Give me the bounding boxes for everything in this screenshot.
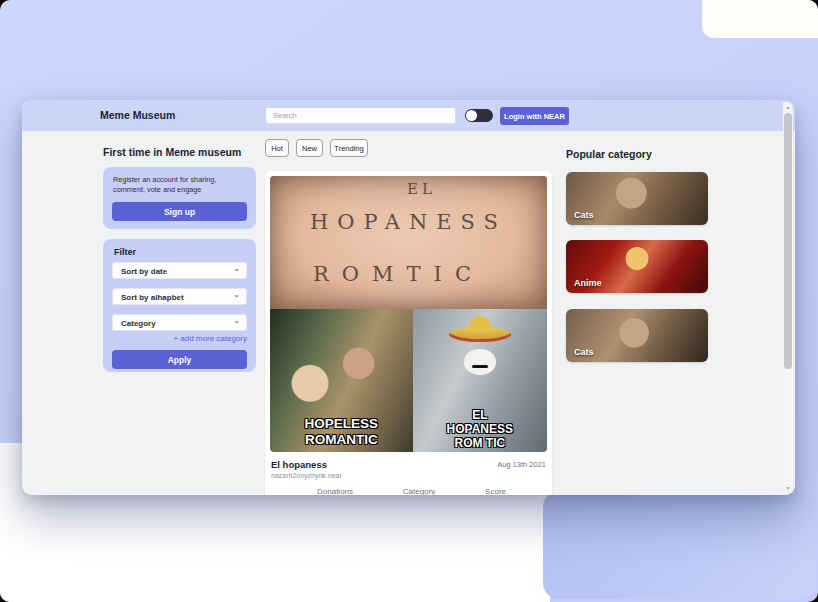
sombrero-crown-icon xyxy=(469,316,491,332)
filter-heading: Filter xyxy=(114,247,136,257)
popular-card-cats-1[interactable]: Cats xyxy=(566,172,708,225)
category-value: Category xyxy=(121,319,156,328)
scroll-up-arrow-icon[interactable]: ▲ xyxy=(783,102,793,112)
toggle-knob xyxy=(466,110,477,121)
cat-mustache-icon xyxy=(472,365,488,368)
welcome-heading: First time in Meme museum xyxy=(103,146,241,158)
meme-image[interactable]: EL HOPANESS ROMTIC HOPELESS ROMANTIC EL … xyxy=(270,176,547,452)
sort-by-alphabet-select[interactable]: Sort by alhapbet ⌄ xyxy=(112,288,247,305)
meme-author[interactable]: nazarh2onyzhynk.near xyxy=(271,472,342,479)
tab-hot[interactable]: Hot xyxy=(265,139,289,157)
app-title: Meme Museum xyxy=(100,109,175,121)
sort-by-date-select[interactable]: Sort by date ⌄ xyxy=(112,262,247,279)
vertical-scrollbar[interactable]: ▲ ▼ xyxy=(783,102,793,493)
add-more-category-link[interactable]: + add more category xyxy=(173,334,247,343)
meme-date: Aug 13th 2021 xyxy=(497,460,546,469)
filter-panel: Filter Sort by date ⌄ Sort by alhapbet ⌄… xyxy=(103,239,256,372)
app-window: First time in Meme museum Register an ac… xyxy=(22,100,795,495)
popular-card-label: Cats xyxy=(574,347,594,357)
meme-caption-right: EL HOPANESS ROM TIC xyxy=(413,408,547,450)
apply-button[interactable]: Apply xyxy=(112,350,247,369)
meme-footer-donations: Donations xyxy=(317,487,353,495)
search-input[interactable] xyxy=(265,107,456,124)
meme-card: EL HOPANESS ROMTIC HOPELESS ROMANTIC EL … xyxy=(265,171,552,495)
meme-image-top-knuckles: EL HOPANESS ROMTIC xyxy=(270,176,547,309)
scroll-down-arrow-icon[interactable]: ▼ xyxy=(783,483,793,493)
meme-caption-left: HOPELESS ROMANTIC xyxy=(270,416,413,448)
background-shape-top-right xyxy=(702,0,818,38)
meme-image-bottom: HOPELESS ROMANTIC EL HOPANESS ROM TIC xyxy=(270,309,547,452)
theme-toggle[interactable] xyxy=(465,109,493,122)
popular-card-anime[interactable]: Anime xyxy=(566,240,708,293)
meme-image-woman-panel: HOPELESS ROMANTIC xyxy=(270,309,413,452)
register-panel: Register an account for sharing, comment… xyxy=(103,167,256,229)
tab-trending[interactable]: Trending xyxy=(330,139,368,157)
category-select[interactable]: Category ⌄ xyxy=(112,314,247,331)
login-with-near-button[interactable]: Login with NEAR xyxy=(500,107,569,125)
meme-image-cat-panel: EL HOPANESS ROM TIC xyxy=(413,309,547,452)
app-header-bar: Meme Museum Login with NEAR xyxy=(22,100,795,131)
cat-face-icon xyxy=(464,349,496,375)
register-text: Register an account for sharing, comment… xyxy=(113,175,245,195)
tattoo-text-line1: EL xyxy=(270,180,547,198)
popular-card-cats-2[interactable]: Cats xyxy=(566,309,708,362)
signup-button[interactable]: Sign up xyxy=(112,202,247,221)
meme-footer-score: Score xyxy=(485,487,506,495)
popular-category-heading: Popular category xyxy=(566,148,652,160)
tab-new[interactable]: New xyxy=(296,139,323,157)
chevron-down-icon: ⌄ xyxy=(233,264,240,273)
chevron-down-icon: ⌄ xyxy=(233,290,240,299)
meme-footer: Donations Category Score xyxy=(265,487,552,495)
scrollbar-thumb[interactable] xyxy=(784,113,792,369)
sort-by-date-value: Sort by date xyxy=(121,267,167,276)
tattoo-text-line2: HOPANESS xyxy=(270,210,547,234)
chevron-down-icon: ⌄ xyxy=(233,316,240,325)
page-background: First time in Meme museum Register an ac… xyxy=(0,0,818,602)
popular-card-label: Anime xyxy=(574,278,602,288)
sort-by-alphabet-value: Sort by alhapbet xyxy=(121,293,184,302)
tattoo-text-line3: ROMTIC xyxy=(270,262,547,286)
meme-footer-category: Category xyxy=(403,487,435,495)
popular-card-label: Cats xyxy=(574,210,594,220)
background-shape-bottom-right xyxy=(543,491,817,599)
meme-title: El hopaness xyxy=(271,459,327,470)
